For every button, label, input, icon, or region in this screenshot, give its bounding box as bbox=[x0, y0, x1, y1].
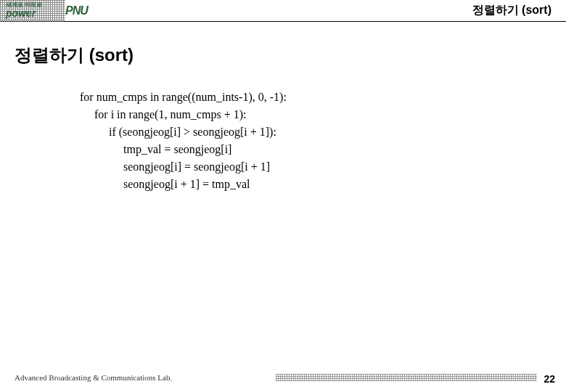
footer-lab: Advanced Broadcasting & Communications L… bbox=[15, 373, 172, 382]
code-line-2: for i in range(1, num_cmps + 1): bbox=[94, 106, 551, 123]
header-title: 정렬하기 (sort) bbox=[472, 3, 551, 18]
content: 정렬하기 (sort) for num_cmps in range((num_i… bbox=[0, 22, 566, 193]
logo-power: power bbox=[6, 8, 36, 18]
page-title: 정렬하기 (sort) bbox=[15, 44, 551, 67]
code-line-1: for num_cmps in range((num_ints-1), 0, -… bbox=[80, 89, 551, 106]
footer: Advanced Broadcasting & Communications L… bbox=[0, 370, 566, 385]
logo-container: 세계로 미래로 power bbox=[6, 2, 42, 18]
code-line-3: if (seongjeog[i] > seongjeog[i + 1]): bbox=[109, 123, 551, 141]
code-line-4: tmp_val = seongjeog[i] bbox=[123, 141, 551, 158]
page-number: 22 bbox=[544, 373, 555, 385]
code-block: for num_cmps in range((num_ints-1), 0, -… bbox=[80, 89, 551, 193]
header: 세계로 미래로 power PNU 정렬하기 (sort) bbox=[0, 0, 566, 22]
logo-pnu: PNU bbox=[65, 4, 88, 17]
code-line-6: seongjeog[i + 1] = tmp_val bbox=[123, 176, 551, 193]
code-line-5: seongjeog[i] = seongjeog[i + 1] bbox=[123, 158, 551, 176]
footer-pattern bbox=[276, 374, 537, 381]
